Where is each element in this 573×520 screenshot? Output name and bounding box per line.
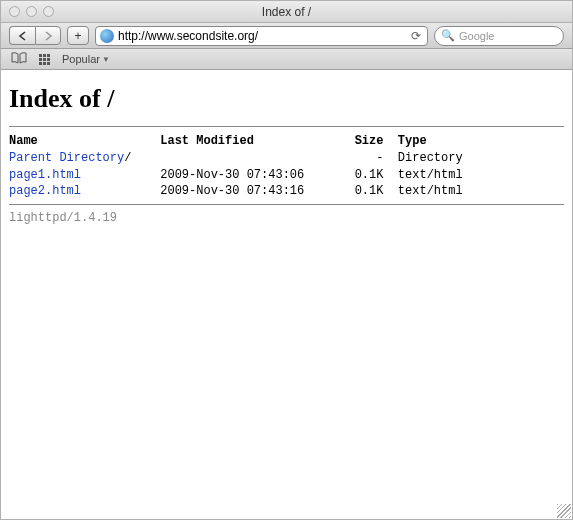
minimize-icon[interactable] <box>26 6 37 17</box>
close-icon[interactable] <box>9 6 20 17</box>
window-controls <box>1 6 54 17</box>
add-bookmark-button[interactable]: + <box>67 26 89 45</box>
back-button[interactable] <box>9 26 35 45</box>
listing-link[interactable]: page1.html <box>9 168 81 182</box>
topsites-icon[interactable] <box>39 54 50 65</box>
listing-link[interactable]: Parent Directory <box>9 151 124 165</box>
address-bar[interactable]: http://www.secondsite.org/ ⟳ <box>95 26 428 46</box>
search-icon: 🔍 <box>441 29 455 42</box>
book-icon[interactable] <box>11 52 27 67</box>
reload-button[interactable]: ⟳ <box>409 29 423 43</box>
divider <box>9 126 564 127</box>
titlebar: Index of / <box>1 1 572 23</box>
forward-icon <box>43 31 53 41</box>
directory-listing: Name Last Modified Size Type Parent Dire… <box>9 133 564 200</box>
forward-button[interactable] <box>35 26 61 45</box>
globe-icon <box>100 29 114 43</box>
server-signature: lighttpd/1.4.19 <box>9 211 564 225</box>
bookmarks-bar: Popular ▼ <box>1 49 572 70</box>
search-placeholder: Google <box>459 30 494 42</box>
page-heading: Index of / <box>9 84 564 114</box>
page-content: Index of / Name Last Modified Size Type … <box>1 70 572 239</box>
zoom-icon[interactable] <box>43 6 54 17</box>
listing-link[interactable]: page2.html <box>9 184 81 198</box>
divider <box>9 204 564 205</box>
plus-icon: + <box>74 29 81 43</box>
toolbar: + http://www.secondsite.org/ ⟳ 🔍 Google <box>1 23 572 49</box>
search-box[interactable]: 🔍 Google <box>434 26 564 46</box>
popular-label: Popular <box>62 53 100 65</box>
chevron-down-icon: ▼ <box>102 55 110 64</box>
reload-icon: ⟳ <box>411 29 421 43</box>
browser-window: Index of / + http://www.secondsite.org/ … <box>0 0 573 520</box>
popular-menu[interactable]: Popular ▼ <box>62 53 110 65</box>
back-icon <box>18 31 28 41</box>
window-title: Index of / <box>1 5 572 19</box>
resize-handle[interactable] <box>557 504 571 518</box>
url-field[interactable]: http://www.secondsite.org/ <box>118 29 405 43</box>
nav-group <box>9 26 61 45</box>
